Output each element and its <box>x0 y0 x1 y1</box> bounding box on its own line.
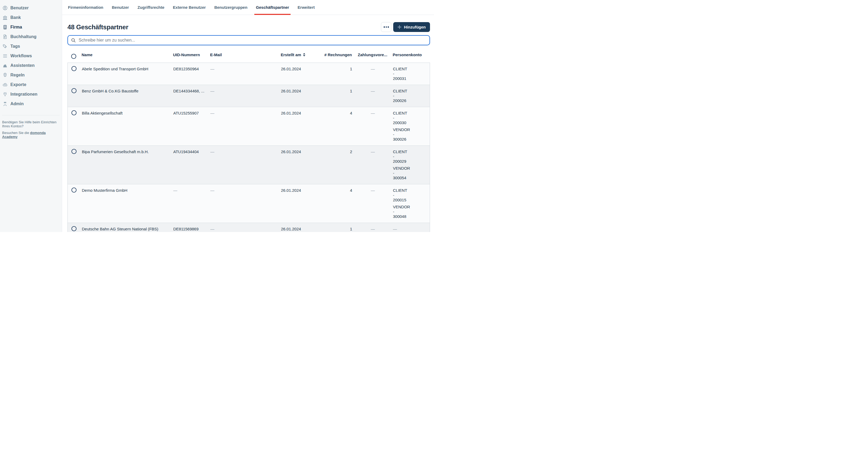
partner-accounts: — <box>391 223 430 232</box>
tab-zugriffsrechte[interactable]: Zugriffsrechte <box>136 0 166 15</box>
sidebar-item-buchhaltung[interactable]: Buchhaltung <box>0 32 62 41</box>
sidebar-item-firma[interactable]: Firma <box>0 22 62 32</box>
partner-name: Billa Aktiengesellschaft <box>80 107 172 145</box>
sidebar-item-exporte[interactable]: Exporte <box>0 80 62 90</box>
sidebar-item-workflows[interactable]: Workflows <box>0 51 62 61</box>
invoice-icon <box>2 34 8 39</box>
traffic-light-icon <box>2 72 8 78</box>
sidebar-item-bank[interactable]: Bank <box>0 13 62 22</box>
partner-name: Bipa Parfumerien Gesellschaft m.b.H. <box>80 146 172 184</box>
account-entry: VENDOR-300054 <box>393 166 430 180</box>
partner-uid: DE811569869 <box>172 223 210 232</box>
column-header-payment[interactable]: Zahlungsvore... <box>354 53 391 57</box>
partner-invoice-count: 1 <box>322 63 355 85</box>
table-row[interactable]: Abele Spedition und Transport GmbH DE812… <box>68 63 430 85</box>
sidebar-item-label: Admin <box>10 101 24 106</box>
partner-email: — <box>210 223 279 232</box>
partner-name: Abele Spedition und Transport GmbH <box>80 63 172 85</box>
table-row[interactable]: Deutsche Bahn AG Steuern National (FBS) … <box>68 223 430 232</box>
bank-icon <box>2 15 8 20</box>
sidebar-item-label: Benutzer <box>10 6 29 10</box>
partner-payment-terms: — <box>355 223 391 232</box>
tab-erweitert[interactable]: Erweitert <box>296 0 316 15</box>
partner-uid: ATU19434404 <box>172 146 210 184</box>
column-header-uid[interactable]: UID-Nummern <box>172 53 210 57</box>
account-entry: CLIENT-200029 <box>393 150 430 164</box>
partner-payment-terms: — <box>355 107 391 145</box>
partner-invoice-count: 4 <box>322 184 355 223</box>
search-bar <box>67 35 430 45</box>
partner-invoice-count: 4 <box>322 107 355 145</box>
column-header-name[interactable]: Name <box>80 53 172 57</box>
table-row[interactable]: Billa Aktiengesellschaft ATU15255907 — 2… <box>68 107 430 146</box>
sidebar-item-label: Buchhaltung <box>10 34 36 39</box>
row-checkbox[interactable] <box>71 88 76 93</box>
partner-accounts: CLIENT-200015VENDOR-300048 <box>391 184 430 223</box>
sidebar-item-label: Firma <box>10 25 22 30</box>
select-all-checkbox[interactable] <box>71 54 76 59</box>
table-row[interactable]: Demo Musterfirma GmbH — — 26.01.2024 4 —… <box>68 184 430 223</box>
add-button-label: Hinzufügen <box>404 25 426 29</box>
tab-benutzergruppen[interactable]: Benutzergruppen <box>213 0 249 15</box>
partner-uid: DE812350964 <box>172 63 210 85</box>
sidebar-item-integrationen[interactable]: Integrationen <box>0 90 62 99</box>
row-checkbox[interactable] <box>71 226 76 231</box>
sidebar-item-label: Workflows <box>10 54 32 58</box>
table-row[interactable]: Benz GmbH & Co.KG Baustoffe DE144334468,… <box>68 85 430 107</box>
sidebar: Benutzer Bank Firma Buchhaltung Tags Wor… <box>0 0 62 232</box>
title-row: 48 Geschäftspartner Hinzufügen <box>67 22 430 32</box>
partner-uid: — <box>172 184 210 223</box>
sidebar-item-admin[interactable]: Admin <box>0 99 62 109</box>
workflow-lines-icon <box>2 53 8 59</box>
tab-firmeninformation[interactable]: Firmeninformation <box>66 0 105 15</box>
partner-created-date: 26.01.2024 <box>279 85 322 107</box>
partner-invoice-count: 1 <box>322 85 355 107</box>
plus-icon <box>398 25 401 29</box>
sidebar-item-regeln[interactable]: Regeln <box>0 70 62 80</box>
sidebar-nav: Benutzer Bank Firma Buchhaltung Tags Wor… <box>0 3 62 109</box>
partner-payment-terms: — <box>355 85 391 107</box>
table-row[interactable]: Bipa Parfumerien Gesellschaft m.b.H. ATU… <box>68 146 430 184</box>
admin-crown-icon <box>2 101 8 106</box>
partner-email: — <box>210 107 279 145</box>
settings-tabbar: FirmeninformationBenutzerZugriffsrechteE… <box>62 0 434 15</box>
tab-benutzer[interactable]: Benutzer <box>111 0 131 15</box>
column-header-email[interactable]: E-Mail <box>210 53 279 57</box>
sidebar-item-benutzer[interactable]: Benutzer <box>0 3 62 13</box>
sort-arrows-icon[interactable] <box>303 53 306 57</box>
partner-created-date: 26.01.2024 <box>279 63 322 85</box>
more-options-button[interactable] <box>381 22 391 32</box>
partner-invoice-count: 1 <box>322 223 355 232</box>
search-input[interactable] <box>78 38 426 43</box>
column-header-invoices[interactable]: # Rechnungen <box>322 53 354 57</box>
add-partner-button[interactable]: Hinzufügen <box>393 22 430 32</box>
wizard-hat-icon <box>2 63 8 68</box>
row-checkbox[interactable] <box>71 149 76 154</box>
sidebar-item-label: Exporte <box>10 82 26 87</box>
plug-icon <box>2 92 8 97</box>
main-area: FirmeninformationBenutzerZugriffsrechteE… <box>62 0 434 232</box>
user-circle-icon <box>2 5 8 11</box>
sidebar-item-label: Regeln <box>10 73 25 77</box>
cloud-download-icon <box>2 82 8 87</box>
row-checkbox[interactable] <box>71 66 76 71</box>
partner-email: — <box>210 63 279 85</box>
partner-name: Deutsche Bahn AG Steuern National (FBS) <box>80 223 172 232</box>
partner-accounts: CLIENT-200030VENDOR-300026 <box>391 107 430 145</box>
sidebar-item-assistenten[interactable]: Assistenten <box>0 61 62 70</box>
sidebar-divider <box>2 115 60 115</box>
row-checkbox[interactable] <box>71 188 76 193</box>
partner-name: Demo Musterfirma GmbH <box>80 184 172 223</box>
row-checkbox[interactable] <box>71 110 76 115</box>
column-header-account[interactable]: Personenkonto <box>391 53 430 57</box>
sidebar-item-label: Tags <box>10 44 20 49</box>
tab-geschäftspartner[interactable]: Geschäftspartner <box>254 0 290 15</box>
tags-icon <box>2 44 8 49</box>
sidebar-item-tags[interactable]: Tags <box>0 41 62 51</box>
partner-payment-terms: — <box>355 184 391 223</box>
partner-created-date: 26.01.2024 <box>279 146 322 184</box>
column-header-created[interactable]: Erstellt am <box>279 53 322 57</box>
table-header: Name UID-Nummern E-Mail Erstellt am # Re… <box>67 45 430 63</box>
tab-externe-benutzer[interactable]: Externe Benutzer <box>172 0 208 15</box>
partner-email: — <box>210 184 279 223</box>
